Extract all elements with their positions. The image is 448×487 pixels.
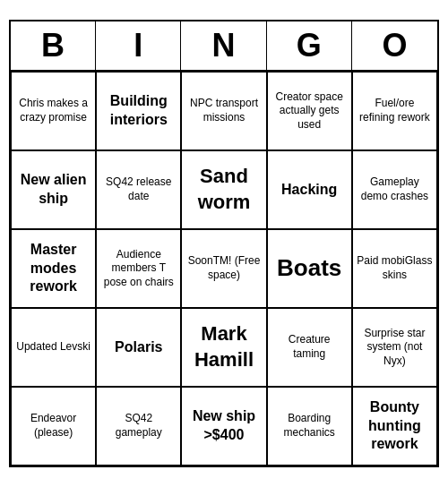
bingo-grid: Chris makes a crazy promiseBuilding inte…: [11, 72, 437, 466]
bingo-cell-8: Hacking: [267, 150, 352, 229]
bingo-cell-10: Master modes rework: [11, 229, 96, 308]
bingo-cell-16: Polaris: [96, 308, 181, 387]
bingo-letter-n: N: [181, 21, 266, 70]
bingo-cell-24: Bounty hunting rework: [352, 387, 437, 466]
bingo-card: BINGO Chris makes a crazy promiseBuildin…: [9, 20, 439, 467]
bingo-cell-17: Mark Hamill: [181, 308, 266, 387]
bingo-cell-15: Updated Levski: [11, 308, 96, 387]
bingo-header: BINGO: [11, 21, 437, 72]
bingo-cell-20: Endeavor (please): [11, 387, 96, 466]
bingo-cell-13: Boats: [267, 229, 352, 308]
bingo-letter-b: B: [11, 21, 96, 70]
bingo-cell-19: Surprise star system (not Nyx): [352, 308, 437, 387]
bingo-cell-7: Sand worm: [181, 150, 266, 229]
bingo-cell-12: SoonTM! (Free space): [181, 229, 266, 308]
bingo-letter-o: O: [352, 21, 437, 70]
bingo-letter-i: I: [96, 21, 181, 70]
bingo-cell-18: Creature taming: [267, 308, 352, 387]
bingo-cell-22: New ship >$400: [181, 387, 266, 466]
bingo-cell-11: Audience members T pose on chairs: [96, 229, 181, 308]
bingo-cell-2: NPC transport missions: [181, 72, 266, 150]
bingo-cell-23: Boarding mechanics: [267, 387, 352, 466]
bingo-cell-1: Building interiors: [96, 72, 181, 150]
bingo-cell-21: SQ42 gameplay: [96, 387, 181, 466]
bingo-cell-14: Paid mobiGlass skins: [352, 229, 437, 308]
bingo-cell-9: Gameplay demo crashes: [352, 150, 437, 229]
bingo-cell-5: New alien ship: [11, 150, 96, 229]
bingo-cell-4: Fuel/ore refining rework: [352, 72, 437, 150]
bingo-cell-3: Creator space actually gets used: [267, 72, 352, 150]
bingo-cell-6: SQ42 release date: [96, 150, 181, 229]
bingo-letter-g: G: [267, 21, 352, 70]
bingo-cell-0: Chris makes a crazy promise: [11, 72, 96, 150]
